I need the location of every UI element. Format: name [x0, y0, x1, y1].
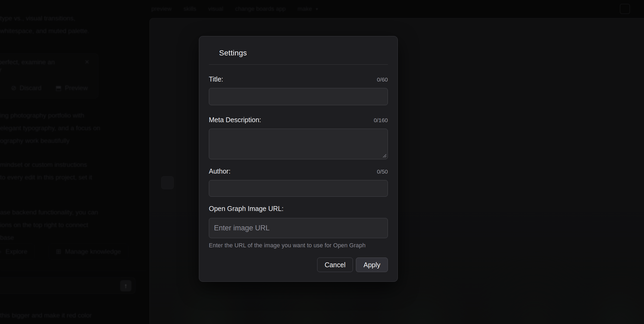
- title-char-counter: 0/60: [377, 76, 388, 83]
- app-window: preview skills visual change boards app …: [0, 0, 644, 324]
- settings-dialog: Settings Title: 0/60 Meta Description: 0…: [199, 36, 398, 282]
- title-label: Title:: [209, 75, 223, 83]
- cancel-button[interactable]: Cancel: [317, 258, 353, 272]
- og-image-url-input[interactable]: [209, 218, 388, 238]
- title-input[interactable]: [209, 88, 388, 105]
- meta-description-char-counter: 0/160: [374, 117, 388, 124]
- meta-description-textarea[interactable]: [209, 129, 388, 159]
- author-label: Author:: [209, 167, 231, 175]
- meta-description-label: Meta Description:: [209, 116, 261, 124]
- author-char-counter: 0/50: [377, 168, 388, 175]
- apply-button[interactable]: Apply: [356, 258, 388, 272]
- dialog-divider: [209, 64, 388, 65]
- og-image-url-label: Open Graph Image URL:: [209, 205, 284, 213]
- og-image-url-helper-text: Enter the URL of the image you want to u…: [209, 242, 388, 249]
- dialog-title: Settings: [219, 49, 388, 57]
- author-input[interactable]: [209, 180, 388, 197]
